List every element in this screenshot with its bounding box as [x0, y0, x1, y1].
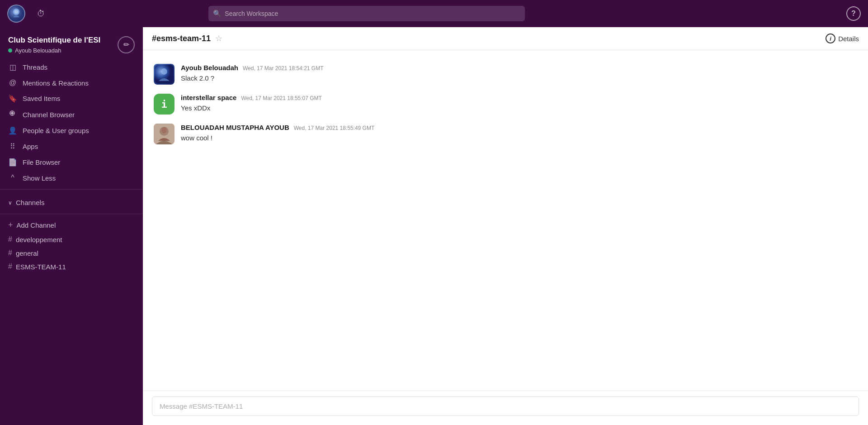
sidebar-item-mentions[interactable]: @ Mentions & Reactions	[0, 75, 143, 91]
workspace-user: Ayoub Belouadah	[8, 47, 118, 54]
clock-icon: ⏱	[37, 9, 45, 19]
avatar	[154, 64, 175, 85]
file-browser-icon: 📄	[8, 158, 17, 167]
sidebar-item-label: Saved Items	[23, 95, 60, 102]
svg-point-7	[161, 68, 167, 75]
sidebar-item-file-browser[interactable]: 📄 File Browser	[0, 154, 143, 170]
hash-icon: #	[8, 263, 12, 271]
channel-item-esms-team-11[interactable]: # ESMS-TEAM-11	[0, 260, 143, 273]
channel-item-general[interactable]: # general	[0, 246, 143, 260]
channels-header[interactable]: ∨ Channels	[0, 195, 143, 210]
message-username: interstellar space	[181, 94, 236, 101]
topbar-right: ?	[846, 6, 861, 21]
channels-section-label: Channels	[16, 199, 44, 206]
hash-icon: #	[8, 235, 12, 244]
add-channel-label: Add Channel	[17, 221, 56, 229]
hash-icon: #	[8, 249, 12, 257]
sidebar-item-apps[interactable]: ⠿ Apps	[0, 138, 143, 154]
edit-profile-button[interactable]: ✏	[118, 36, 135, 53]
sidebar-divider	[0, 189, 143, 190]
help-button[interactable]: ?	[846, 6, 861, 21]
message-input[interactable]	[160, 402, 851, 410]
sidebar-item-saved[interactable]: 🔖 Saved Items	[0, 91, 143, 106]
workspace-name: Club Scientifique de l'ESI	[8, 35, 118, 45]
sidebar-item-label: Channel Browser	[23, 111, 75, 119]
sidebar-item-people[interactable]: 👤 People & User groups	[0, 123, 143, 138]
svg-point-11	[161, 127, 167, 134]
message-body: interstellar space Wed, 17 Mar 2021 18:5…	[181, 94, 857, 115]
message-input-area	[143, 391, 868, 425]
message-username: BELOUADAH MUSTAPHA AYOUB	[181, 124, 289, 131]
channels-section: ∨ Channels + Add Channel # developpement…	[0, 193, 143, 275]
chevron-up-icon: ^	[8, 174, 17, 182]
star-icon: ☆	[215, 34, 222, 43]
search-bar: 🔍	[208, 6, 525, 21]
topbar-nav: ⏱	[34, 6, 48, 21]
main-layout: Club Scientifique de l'ESI Ayoub Belouad…	[0, 27, 868, 425]
sidebar-item-show-less[interactable]: ^ Show Less	[0, 170, 143, 186]
workspace-header: Club Scientifique de l'ESI Ayoub Belouad…	[0, 27, 143, 59]
app-logo[interactable]	[7, 5, 25, 23]
online-status-dot	[8, 48, 12, 53]
history-button[interactable]: ⏱	[34, 6, 48, 21]
apps-icon: ⠿	[8, 142, 17, 151]
saved-icon: 🔖	[8, 94, 17, 103]
channel-title-area: #esms-team-11 ☆	[152, 33, 826, 43]
people-icon: 👤	[8, 126, 17, 135]
message-header: Ayoub Belouadah Wed, 17 Mar 2021 18:54:2…	[181, 64, 857, 72]
details-button[interactable]: i Details	[826, 33, 859, 43]
details-label: Details	[838, 35, 859, 43]
channel-name-heading: #esms-team-11	[152, 34, 211, 43]
message-text: Slack 2.0 ?	[181, 73, 857, 84]
sidebar-item-label: People & User groups	[23, 127, 89, 134]
sidebar-item-threads[interactable]: ◫ Threads	[0, 59, 143, 75]
message-body: Ayoub Belouadah Wed, 17 Mar 2021 18:54:2…	[181, 64, 857, 85]
sidebar-item-label: Mentions & Reactions	[23, 79, 89, 87]
workspace-info: Club Scientifique de l'ESI Ayoub Belouad…	[8, 35, 118, 54]
channel-browser-icon	[8, 110, 17, 119]
message-username: Ayoub Belouadah	[181, 64, 238, 72]
main-content: #esms-team-11 ☆ i Details	[143, 27, 868, 425]
message-input-box	[152, 396, 859, 416]
avatar: i	[154, 94, 175, 115]
info-icon: i	[826, 33, 835, 43]
channel-name: ESMS-TEAM-11	[16, 263, 66, 271]
svg-point-1	[14, 10, 18, 14]
messages-area: Ayoub Belouadah Wed, 17 Mar 2021 18:54:2…	[143, 50, 868, 391]
sidebar: Club Scientifique de l'ESI Ayoub Belouad…	[0, 27, 143, 425]
avatar-letter: i	[161, 99, 167, 110]
chevron-down-icon: ∨	[8, 200, 12, 206]
message-text: Yes xDDx	[181, 103, 857, 114]
sidebar-item-label: Threads	[23, 63, 47, 71]
message-item: Ayoub Belouadah Wed, 17 Mar 2021 18:54:2…	[143, 59, 868, 89]
message-time: Wed, 17 Mar 2021 18:54:21 GMT	[243, 65, 324, 72]
topbar: ⏱ 🔍 ?	[0, 0, 868, 27]
threads-icon: ◫	[8, 63, 17, 72]
avatar	[154, 124, 175, 144]
channel-name: developpement	[16, 236, 62, 244]
sidebar-item-label: Show Less	[23, 174, 56, 182]
mentions-icon: @	[8, 79, 17, 87]
message-header: BELOUADAH MUSTAPHA AYOUB Wed, 17 Mar 202…	[181, 124, 857, 131]
message-time: Wed, 17 Mar 2021 18:55:49 GMT	[294, 125, 375, 131]
search-input[interactable]	[208, 6, 525, 21]
sidebar-item-label: Apps	[23, 143, 38, 150]
channel-header: #esms-team-11 ☆ i Details	[143, 27, 868, 50]
add-channel-item[interactable]: + Add Channel	[0, 218, 143, 233]
message-body: BELOUADAH MUSTAPHA AYOUB Wed, 17 Mar 202…	[181, 124, 857, 144]
sidebar-item-channel-browser[interactable]: Channel Browser	[0, 106, 143, 123]
channels-divider	[0, 214, 143, 214]
star-channel-button[interactable]: ☆	[215, 33, 222, 43]
channel-item-developpement[interactable]: # developpement	[0, 233, 143, 246]
channel-name: general	[16, 249, 38, 257]
workspace-username: Ayoub Belouadah	[15, 47, 61, 54]
plus-icon: +	[8, 220, 13, 230]
message-time: Wed, 17 Mar 2021 18:55:07 GMT	[241, 95, 322, 101]
message-item: i interstellar space Wed, 17 Mar 2021 18…	[143, 89, 868, 119]
message-item: BELOUADAH MUSTAPHA AYOUB Wed, 17 Mar 202…	[143, 119, 868, 149]
pencil-icon: ✏	[123, 40, 129, 49]
sidebar-item-label: File Browser	[23, 158, 60, 166]
message-header: interstellar space Wed, 17 Mar 2021 18:5…	[181, 94, 857, 101]
message-text: wow cool !	[181, 133, 857, 143]
